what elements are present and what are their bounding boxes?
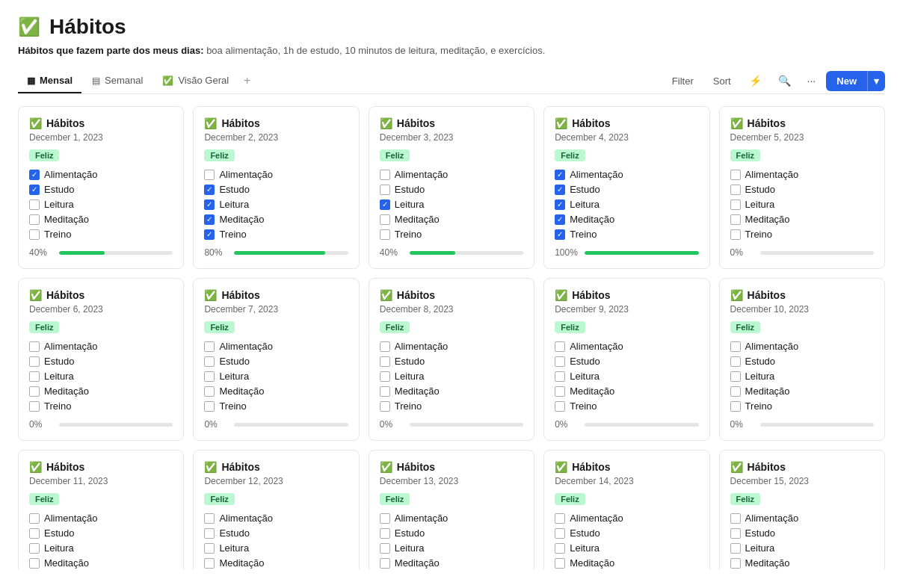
habit-item[interactable]: Meditação: [730, 557, 874, 569]
habit-item[interactable]: Alimentação: [380, 513, 523, 524]
habit-item[interactable]: Treino: [555, 400, 698, 412]
habit-item[interactable]: Alimentação: [555, 513, 698, 524]
habit-item[interactable]: Alimentação: [730, 513, 874, 524]
habit-item[interactable]: Estudo: [555, 184, 698, 195]
habit-checkbox[interactable]: [730, 214, 741, 225]
habit-checkbox[interactable]: [555, 341, 565, 352]
habit-item[interactable]: Alimentação: [29, 341, 173, 352]
tab-add-button[interactable]: +: [239, 68, 255, 93]
habit-item[interactable]: Alimentação: [204, 341, 348, 352]
habit-item[interactable]: Alimentação: [29, 169, 173, 180]
habit-item[interactable]: Estudo: [730, 356, 874, 367]
habit-checkbox[interactable]: [555, 513, 565, 524]
habit-item[interactable]: Meditação: [29, 214, 173, 225]
habit-checkbox[interactable]: [204, 386, 215, 397]
habit-checkbox[interactable]: [380, 170, 390, 180]
habit-checkbox[interactable]: [380, 528, 390, 539]
habit-checkbox[interactable]: [29, 558, 40, 569]
search-button[interactable]: 🔍: [772, 71, 797, 90]
habit-checkbox[interactable]: [29, 229, 40, 240]
habit-item[interactable]: Estudo: [555, 356, 698, 367]
habit-checkbox[interactable]: [204, 341, 215, 352]
habit-checkbox[interactable]: [555, 401, 565, 412]
habit-item[interactable]: Estudo: [29, 527, 173, 539]
habit-item[interactable]: Alimentação: [730, 341, 874, 352]
habit-checkbox[interactable]: [380, 386, 390, 397]
habit-checkbox[interactable]: [380, 371, 390, 382]
habit-checkbox[interactable]: [29, 513, 40, 524]
habit-item[interactable]: Leitura: [204, 371, 348, 382]
habit-checkbox[interactable]: [29, 185, 40, 195]
habit-item[interactable]: Alimentação: [555, 341, 698, 352]
habit-checkbox[interactable]: [730, 185, 741, 195]
habit-checkbox[interactable]: [555, 229, 565, 240]
habit-checkbox[interactable]: [730, 170, 741, 180]
habit-checkbox[interactable]: [730, 401, 741, 412]
habit-checkbox[interactable]: [29, 401, 40, 412]
habit-item[interactable]: Alimentação: [29, 513, 173, 524]
habit-item[interactable]: Leitura: [555, 371, 698, 382]
habit-checkbox[interactable]: [204, 513, 215, 524]
habit-item[interactable]: Meditação: [555, 386, 698, 397]
habit-item[interactable]: Alimentação: [380, 169, 523, 180]
filter-button[interactable]: Filter: [665, 72, 701, 90]
habit-checkbox[interactable]: [29, 386, 40, 397]
habit-checkbox[interactable]: [204, 185, 215, 195]
habit-item[interactable]: Meditação: [730, 214, 874, 225]
habit-item[interactable]: Meditação: [380, 214, 523, 225]
habit-item[interactable]: Meditação: [29, 386, 173, 397]
habit-checkbox[interactable]: [555, 528, 565, 539]
habit-checkbox[interactable]: [730, 356, 741, 367]
habit-item[interactable]: Estudo: [730, 527, 874, 539]
tab-mensal[interactable]: ▦ Mensal: [18, 69, 81, 93]
habit-checkbox[interactable]: [204, 528, 215, 539]
habit-checkbox[interactable]: [380, 558, 390, 569]
habit-item[interactable]: Leitura: [29, 542, 173, 554]
habit-item[interactable]: Leitura: [730, 371, 874, 382]
habit-item[interactable]: Alimentação: [730, 169, 874, 180]
habit-item[interactable]: Meditação: [204, 557, 348, 569]
habit-item[interactable]: Alimentação: [204, 513, 348, 524]
habit-item[interactable]: Meditação: [730, 386, 874, 397]
habit-checkbox[interactable]: [555, 185, 565, 195]
habit-checkbox[interactable]: [380, 356, 390, 367]
habit-item[interactable]: Leitura: [730, 542, 874, 554]
habit-checkbox[interactable]: [204, 543, 215, 554]
sort-button[interactable]: Sort: [706, 72, 739, 90]
habit-item[interactable]: Meditação: [380, 557, 523, 569]
habit-checkbox[interactable]: [730, 371, 741, 382]
habit-item[interactable]: Alimentação: [204, 169, 348, 180]
habit-item[interactable]: Treino: [555, 229, 698, 240]
habit-item[interactable]: Treino: [204, 400, 348, 412]
habit-checkbox[interactable]: [29, 214, 40, 225]
habit-checkbox[interactable]: [380, 341, 390, 352]
habit-checkbox[interactable]: [29, 543, 40, 554]
new-button-arrow[interactable]: ▾: [867, 71, 885, 91]
habit-checkbox[interactable]: [730, 543, 741, 554]
habit-checkbox[interactable]: [555, 543, 565, 554]
habit-item[interactable]: Estudo: [204, 527, 348, 539]
habit-checkbox[interactable]: [730, 528, 741, 539]
habit-item[interactable]: Meditação: [380, 386, 523, 397]
habit-checkbox[interactable]: [380, 401, 390, 412]
habit-checkbox[interactable]: [730, 386, 741, 397]
habit-checkbox[interactable]: [380, 229, 390, 240]
habit-item[interactable]: Estudo: [204, 356, 348, 367]
habit-checkbox[interactable]: [204, 214, 215, 225]
tab-semanal[interactable]: ▤ Semanal: [83, 69, 152, 93]
habit-checkbox[interactable]: [380, 513, 390, 524]
habit-item[interactable]: Meditação: [29, 557, 173, 569]
habit-item[interactable]: Treino: [29, 400, 173, 412]
habit-item[interactable]: Leitura: [204, 199, 348, 210]
habit-checkbox[interactable]: [730, 199, 741, 210]
habit-checkbox[interactable]: [29, 199, 40, 210]
habit-checkbox[interactable]: [204, 199, 215, 210]
habit-checkbox[interactable]: [555, 386, 565, 397]
habit-checkbox[interactable]: [204, 401, 215, 412]
more-button[interactable]: ···: [801, 71, 822, 90]
habit-checkbox[interactable]: [29, 528, 40, 539]
habit-item[interactable]: Estudo: [730, 184, 874, 195]
habit-checkbox[interactable]: [555, 214, 565, 225]
habit-item[interactable]: Meditação: [555, 214, 698, 225]
habit-checkbox[interactable]: [29, 341, 40, 352]
